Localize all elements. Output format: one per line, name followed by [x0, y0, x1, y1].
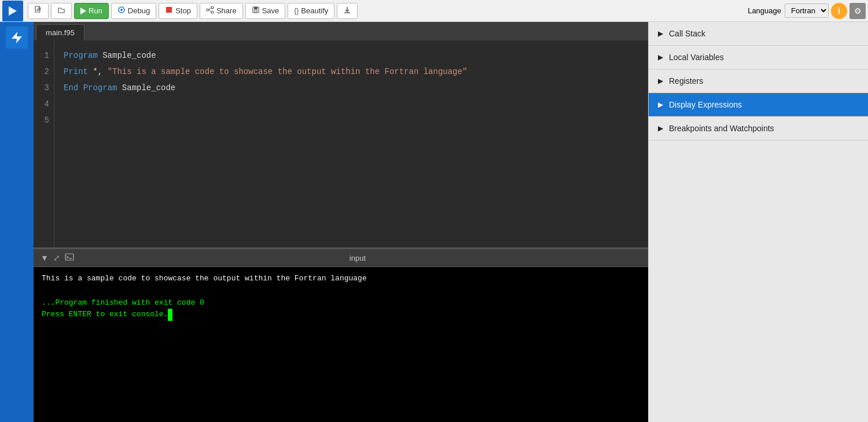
chevron-right-icon: ▶: [658, 77, 663, 85]
line-numbers: 1 2 3 4 5: [34, 40, 54, 247]
new-file-button[interactable]: [28, 3, 49, 19]
collapse-icon[interactable]: ▼: [41, 253, 49, 262]
beautify-button[interactable]: {} Beautify: [288, 3, 334, 19]
beautify-label: Beautify: [301, 6, 328, 15]
sidebar-breakpoints-label: Breakpoints and Watchpoints: [669, 124, 774, 133]
app-logo: [2, 1, 23, 21]
svg-rect-14: [255, 10, 257, 12]
right-sidebar: ▶ Call Stack ▶ Local Variables ▶ Registe…: [648, 22, 868, 422]
sidebar-item-display-expressions[interactable]: ▶ Display Expressions: [649, 93, 868, 116]
run-icon: [80, 8, 86, 14]
svg-point-7: [211, 6, 214, 9]
console-header-icons: ▼ ⤢: [41, 253, 74, 264]
console-cursor: [168, 309, 172, 321]
console-output[interactable]: This is a sample code to showcase the ou…: [34, 267, 648, 422]
stop-icon: [165, 6, 173, 16]
console-title: input: [74, 254, 641, 262]
svg-rect-13: [254, 7, 258, 9]
stop-button[interactable]: Stop: [159, 3, 197, 19]
sidebar-spacer: [649, 140, 868, 422]
save-button[interactable]: Save: [245, 3, 286, 19]
sidebar-item-registers[interactable]: ▶ Registers: [649, 69, 868, 92]
sidebar-item-call-stack[interactable]: ▶ Call Stack: [649, 22, 868, 45]
svg-rect-17: [65, 254, 73, 260]
svg-point-8: [211, 11, 214, 13]
chevron-right-icon: ▶: [658, 101, 663, 109]
run-button[interactable]: Run: [74, 3, 109, 19]
beautify-icon: {}: [294, 7, 299, 15]
sidebar-call-stack-label: Call Stack: [669, 29, 705, 38]
main-area: main.f95 1 2 3 4 5 Program Sample_code P…: [0, 22, 868, 422]
svg-rect-6: [166, 7, 172, 13]
console-status-line1: ...Program finished with exit code 0: [42, 297, 640, 309]
code-editor[interactable]: 1 2 3 4 5 Program Sample_code Print *, "…: [34, 40, 648, 249]
sidebar-local-variables-container: ▶ Local Variables: [649, 46, 868, 69]
editor-console-split: 1 2 3 4 5 Program Sample_code Print *, "…: [34, 40, 648, 422]
gear-icon: ⚙: [854, 6, 862, 16]
sidebar-item-breakpoints[interactable]: ▶ Breakpoints and Watchpoints: [649, 117, 868, 140]
chevron-right-icon: ▶: [658, 53, 663, 61]
code-content[interactable]: Program Sample_code Print *, "This is a …: [54, 40, 648, 247]
sidebar-call-stack-container: ▶ Call Stack: [649, 22, 868, 46]
info-button[interactable]: i: [831, 3, 847, 19]
toolbar: Run Debug Stop Share Save {} Beautify: [0, 0, 868, 22]
tab-bar: main.f95: [34, 22, 648, 40]
info-icon: i: [838, 6, 840, 16]
svg-line-10: [209, 8, 211, 10]
debug-button[interactable]: Debug: [111, 3, 156, 19]
sidebar-breakpoints-container: ▶ Breakpoints and Watchpoints: [649, 117, 868, 140]
open-file-button[interactable]: [51, 3, 72, 19]
svg-marker-0: [9, 6, 17, 16]
console-header: ▼ ⤢ input: [34, 249, 648, 267]
save-label: Save: [262, 6, 279, 15]
svg-line-11: [209, 10, 211, 12]
tab-main-f95[interactable]: main.f95: [36, 24, 84, 40]
save-icon: [252, 6, 260, 16]
left-sidebar: [0, 22, 34, 422]
debug-label: Debug: [128, 6, 150, 15]
chevron-right-icon: ▶: [658, 124, 663, 132]
share-label: Share: [216, 6, 237, 15]
new-file-icon: [34, 6, 42, 16]
terminal-icon[interactable]: [65, 253, 74, 264]
console-status-line2: Press ENTER to exit console.: [42, 309, 640, 321]
sidebar-registers-container: ▶ Registers: [649, 69, 868, 93]
run-label: Run: [89, 6, 102, 15]
sidebar-local-variables-label: Local Variables: [669, 53, 724, 62]
open-file-icon: [57, 6, 65, 16]
console-panel: ▼ ⤢ input This is a sample code to showc…: [34, 249, 648, 422]
svg-point-9: [207, 9, 209, 11]
sidebar-registers-label: Registers: [669, 76, 703, 86]
language-dropdown[interactable]: Fortran: [785, 3, 829, 18]
settings-button[interactable]: ⚙: [849, 3, 866, 19]
console-output-line: This is a sample code to showcase the ou…: [42, 273, 640, 285]
share-icon: [206, 6, 214, 16]
debug-icon: [117, 6, 126, 16]
stop-label: Stop: [175, 6, 191, 15]
download-button[interactable]: [337, 3, 358, 19]
sidebar-item-local-variables[interactable]: ▶ Local Variables: [649, 46, 868, 69]
svg-point-5: [120, 9, 123, 11]
language-selector: Language Fortran: [748, 3, 829, 18]
share-button[interactable]: Share: [200, 3, 243, 19]
language-label: Language: [748, 6, 781, 15]
chevron-right-icon: ▶: [658, 29, 663, 38]
editor-area: main.f95 1 2 3 4 5 Program Sample_code P…: [34, 22, 648, 422]
download-icon: [343, 6, 351, 16]
tab-filename: main.f95: [46, 28, 75, 37]
expand-icon[interactable]: ⤢: [53, 253, 60, 262]
sidebar-display-expressions-container: ▶ Display Expressions: [649, 93, 868, 117]
sidebar-logo[interactable]: [6, 27, 28, 49]
sidebar-display-expressions-label: Display Expressions: [669, 100, 742, 109]
